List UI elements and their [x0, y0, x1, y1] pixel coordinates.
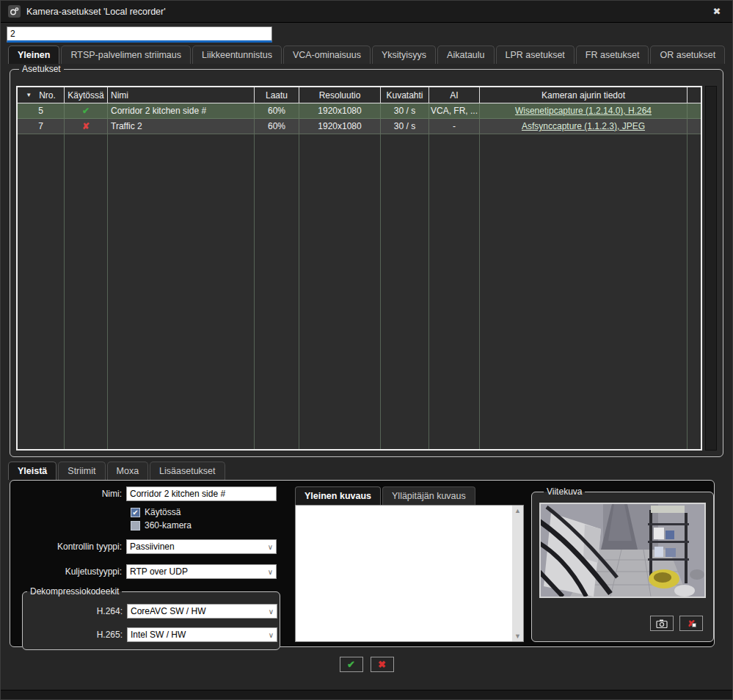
cell-ai: -	[429, 119, 480, 134]
detail-panel: Nimi: ✔ Käytössä 360-kamera Kontrollin t…	[10, 480, 715, 647]
scroll-up-icon[interactable]: ▲	[514, 506, 521, 516]
tab-yleinen-kuvaus[interactable]: Yleinen kuvaus	[295, 486, 381, 505]
scroll-down-icon[interactable]: ▼	[514, 631, 521, 641]
cell-driver: Wisenetipcapture (1.2.14.0), H.264	[480, 103, 688, 119]
reference-image-group: Viitekuva	[531, 486, 714, 642]
cell-resolution: 1920x1080	[299, 119, 381, 134]
enabled-checkbox[interactable]: ✔	[131, 508, 140, 517]
h265-codec-select[interactable]: Intel SW / HW ∨	[127, 627, 277, 642]
column-header-laatu[interactable]: Laatu	[255, 87, 299, 103]
titlebar: Kamera-asetukset 'Local recorder' ✖	[1, 1, 732, 23]
transport-type-select[interactable]: RTP over UDP ∨	[126, 564, 277, 579]
cancel-cross-icon: ✖	[378, 659, 386, 670]
camera-form: Nimi: ✔ Käytössä 360-kamera Kontrollin t…	[18, 486, 288, 642]
cell-nro: 5	[18, 103, 65, 119]
name-label: Nimi:	[18, 489, 126, 499]
tab-aikataulu[interactable]: Aikataulu	[437, 45, 494, 64]
camera360-checkbox-label: 360-kamera	[145, 520, 192, 531]
camera-icon	[656, 619, 668, 628]
capture-reference-image-button[interactable]	[650, 616, 674, 631]
reference-image-label: Viitekuva	[544, 486, 585, 497]
column-header-nro[interactable]: ▼ Nro.	[18, 87, 65, 103]
tab-rtsp-striimaus[interactable]: RTSP-palvelimen striimaus	[61, 45, 191, 64]
description-scrollbar[interactable]: ▲ ▼	[512, 506, 523, 641]
enabled-checkbox-label: Käytössä	[145, 507, 180, 517]
camera-table: ▼ Nro. Käytössä Nimi Laatu Resoluutio Ku…	[16, 86, 702, 451]
chevron-down-icon: ∨	[268, 568, 273, 576]
camera360-checkbox[interactable]	[131, 521, 140, 531]
column-header-ajurin-tiedot[interactable]: Kameran ajurin tiedot	[480, 87, 688, 103]
dialog-footer: ✔ ✖	[1, 647, 732, 681]
h264-codec-select[interactable]: CoreAVC SW / HW ∨	[127, 604, 277, 619]
settings-group: Asetukset ▼ Nro. Käytössä Nimi Laatu Res…	[10, 64, 723, 457]
h265-label: H.265:	[23, 630, 127, 640]
remove-reference-image-button[interactable]: ✘	[679, 616, 703, 631]
tab-yleista[interactable]: Yleistä	[8, 462, 56, 480]
tab-striimit[interactable]: Striimit	[58, 462, 105, 480]
cell-name: Traffic 2	[108, 119, 255, 134]
chevron-down-icon: ∨	[269, 631, 274, 639]
cell-name: Corridor 2 kitchen side #	[108, 103, 255, 119]
chevron-down-icon: ∨	[269, 608, 274, 616]
column-header-spacer	[688, 87, 701, 103]
tab-yksityisyys[interactable]: Yksityisyys	[372, 45, 436, 64]
table-vertical-scrollbar[interactable]	[705, 86, 717, 451]
tab-fr-asetukset[interactable]: FR asetukset	[576, 45, 649, 64]
enabled-checkbox-row[interactable]: ✔ Käytössä	[131, 507, 288, 517]
cell-quality: 60%	[255, 119, 299, 134]
settings-group-label: Asetukset	[19, 64, 64, 74]
tab-moxa[interactable]: Moxa	[107, 462, 149, 480]
tab-yleinen[interactable]: Yleinen	[8, 45, 59, 64]
search-row	[1, 23, 732, 45]
tab-or-asetukset[interactable]: OR asetukset	[650, 45, 725, 64]
cell-framerate: 30 / s	[381, 119, 429, 134]
page-icon	[692, 623, 696, 627]
cell-framerate: 30 / s	[381, 103, 429, 119]
table-header-row: ▼ Nro. Käytössä Nimi Laatu Resoluutio Ku…	[18, 87, 701, 103]
column-header-kaytossa[interactable]: Käytössä	[65, 87, 108, 103]
tab-lpr-asetukset[interactable]: LPR asetukset	[496, 45, 575, 64]
close-icon[interactable]: ✖	[709, 4, 725, 19]
cancel-button[interactable]: ✖	[371, 657, 394, 672]
sort-arrow-icon[interactable]: ▼	[26, 92, 32, 98]
window-bottom-strip	[1, 690, 732, 699]
tab-liikkeentunnistus[interactable]: Liikkeentunnistus	[192, 45, 282, 64]
table-row-camera-7[interactable]: 7 ✘ Traffic 2 60% 1920x1080 30 / s - Asf…	[18, 119, 701, 134]
tab-vca-ominaisuus[interactable]: VCA-ominaisuus	[283, 45, 371, 64]
column-header-ai[interactable]: AI	[429, 87, 480, 103]
search-input[interactable]	[7, 26, 272, 43]
disabled-cross-icon: ✘	[65, 119, 108, 134]
cell-quality: 60%	[255, 103, 299, 119]
column-header-nimi[interactable]: Nimi	[108, 87, 255, 103]
codecs-group: Dekompressiokodeekit H.264: CoreAVC SW /…	[22, 586, 280, 650]
transport-type-label: Kuljetustyyppi:	[18, 566, 126, 577]
column-header-kuvatahti[interactable]: Kuvatahti	[381, 87, 429, 103]
control-type-select[interactable]: Passiivinen ∨	[126, 539, 277, 554]
cell-spacer	[688, 103, 701, 119]
name-field[interactable]	[126, 486, 277, 501]
camera-settings-window: Kamera-asetukset 'Local recorder' ✖ Ylei…	[0, 0, 733, 700]
ok-button[interactable]: ✔	[340, 657, 363, 672]
table-empty-area	[18, 134, 701, 449]
tab-yllapitajan-kuvaus[interactable]: Ylläpitäjän kuvaus	[382, 486, 475, 505]
detail-tab-bar: Yleistä Striimit Moxa Lisäasetukset	[1, 462, 732, 480]
cell-driver: Asfsynccapture (1.1.2.3), JPEG	[480, 119, 688, 134]
camera-settings-icon	[8, 5, 21, 18]
column-header-resoluutio[interactable]: Resoluutio	[299, 87, 381, 103]
description-textarea[interactable]	[296, 506, 512, 641]
main-tab-bar: Yleinen RTSP-palvelimen striimaus Liikke…	[1, 45, 732, 64]
cell-resolution: 1920x1080	[299, 103, 381, 119]
reference-image	[539, 503, 706, 598]
camera360-checkbox-row[interactable]: 360-kamera	[131, 520, 288, 531]
driver-info-link[interactable]: Asfsynccapture (1.1.2.3), JPEG	[522, 121, 645, 131]
window-title: Kamera-asetukset 'Local recorder'	[26, 7, 166, 17]
ok-check-icon: ✔	[347, 659, 355, 670]
tab-lisaasetukset[interactable]: Lisäasetukset	[150, 462, 225, 480]
driver-info-link[interactable]: Wisenetipcapture (1.2.14.0), H.264	[515, 106, 652, 116]
control-type-label: Kontrollin tyyppi:	[18, 542, 126, 552]
codecs-group-label: Dekompressiokodeekit	[27, 586, 122, 597]
enabled-check-icon: ✔	[65, 103, 108, 119]
cell-nro: 7	[18, 119, 65, 134]
cell-spacer	[688, 119, 701, 134]
table-row-camera-5[interactable]: 5 ✔ Corridor 2 kitchen side # 60% 1920x1…	[18, 103, 701, 119]
